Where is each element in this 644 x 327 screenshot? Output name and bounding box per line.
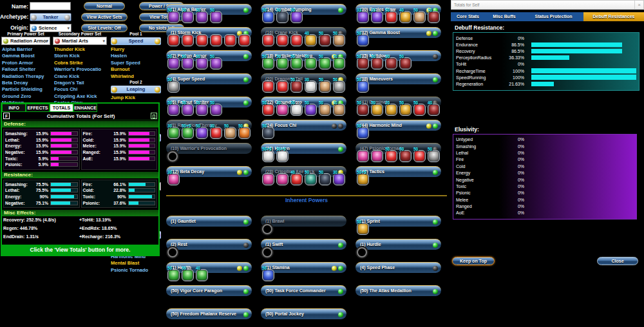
enhancement-slot[interactable]: 30 (210, 127, 222, 139)
power-storm-kick[interactable]: (1) Storm Kick (166, 27, 258, 47)
powerset-power-thunder-kick[interactable]: Thunder Kick (54, 46, 101, 53)
power-swift[interactable]: (1) Swift (261, 239, 352, 259)
normal-button[interactable]: Normal (84, 2, 125, 10)
enhancement-slot[interactable]: 50 (182, 11, 194, 23)
enhancement-slot[interactable]: 50 (428, 11, 440, 23)
enhancement-slot[interactable]: 50 (399, 57, 412, 70)
enhancement-slot[interactable]: 50 (290, 104, 303, 116)
enhancement-slot[interactable] (238, 34, 251, 46)
power-stamina[interactable]: (1) Stamina50 (261, 262, 352, 282)
secondary-powerset-select[interactable]: Martial Arts ▾ (53, 37, 107, 45)
power-dominate[interactable]: (41) Dominate505020505040 (355, 97, 447, 117)
power-warrior-s-provocation[interactable]: (10) Warrior's Provocation (166, 143, 258, 163)
enhancement-slot[interactable]: 50 (210, 104, 222, 116)
enhancement-slot[interactable]: 30 (167, 127, 180, 139)
enhancement-slot[interactable]: 50 (182, 269, 194, 281)
tab-debuff-resistances[interactable]: Debuff Resistances (583, 12, 644, 21)
enhancement-slot[interactable]: 50 (371, 57, 383, 70)
enhancement-slot[interactable]: 50 (167, 11, 180, 23)
power-hasten[interactable]: (26) Hasten50+550+5 (261, 143, 352, 163)
enhancement-slot[interactable]: 50 (413, 150, 426, 162)
empty-enhancement-slot[interactable] (262, 247, 272, 257)
enhancement-slot[interactable]: 50 (276, 57, 289, 70)
power-particle-shielding[interactable]: (18) Particle Shielding505050505050 (261, 50, 352, 70)
powerset-power-beta-decay[interactable]: Beta Decay (2, 80, 44, 86)
power-crippling-axe-kick[interactable]: (28) Crippling Axe Kick40505030 (261, 166, 352, 186)
power-proton-armor[interactable]: (2) Proton Armor50505050 (166, 50, 258, 70)
enhancement-slot[interactable]: 50 (399, 150, 412, 162)
enhancement-slot[interactable] (276, 80, 289, 93)
archetype-prev-button[interactable] (31, 15, 37, 21)
enhancement-slot[interactable]: 50 (413, 11, 426, 23)
powerset-power-radiation-therapy[interactable]: Radiation Therapy (2, 73, 44, 80)
power-fallout-shelter[interactable]: (6) Fallout Shelter50505050 (166, 97, 258, 117)
enhancement-slot[interactable]: 50 (167, 80, 180, 93)
pool-prev-button[interactable] (111, 39, 117, 44)
power-hurdle[interactable]: (1) Hurdle (355, 239, 447, 259)
enhancement-slot[interactable]: 50 (167, 104, 180, 116)
power-portal-jockey[interactable]: (50) Portal Jockey (261, 308, 352, 319)
enhancement-slot[interactable] (262, 173, 274, 185)
name-input[interactable] (30, 2, 71, 10)
f-button[interactable]: F (3, 113, 10, 119)
pool-next-button[interactable] (155, 39, 160, 44)
enhancement-slot[interactable] (196, 34, 208, 46)
enhancement-slot[interactable]: 50 (238, 127, 251, 139)
enhancement-slot[interactable]: 30 (305, 80, 317, 93)
tab-status-protection[interactable]: Status Protection (524, 12, 583, 21)
pool-prev-button[interactable] (111, 87, 117, 93)
empty-enhancement-slot[interactable] (357, 247, 367, 257)
enhancement-slot[interactable] (210, 34, 222, 46)
enhancement-slot[interactable]: 50 (385, 57, 397, 70)
enhancement-slot[interactable]: 50 (357, 223, 369, 235)
enhancement-slot[interactable]: 50 (357, 34, 369, 46)
enhancement-slot[interactable]: 40 (399, 11, 412, 23)
pool-power-burnout[interactable]: Burnout (111, 66, 161, 73)
tab-core-stats[interactable]: Core Stats (451, 12, 485, 21)
archetype-next-button[interactable] (64, 15, 70, 21)
enhancement-slot[interactable]: 50 (319, 34, 331, 46)
enhancement-slot[interactable]: 50 (167, 57, 180, 70)
power-task-force-commander[interactable]: (50) Task Force Commander (261, 285, 352, 296)
power-bar[interactable]: (50) Vigor Core Paragon (166, 285, 252, 296)
enhancement-slot[interactable]: 50+5 (182, 127, 194, 139)
power-brawl[interactable]: (1) Brawl (261, 216, 352, 236)
enhancement-slot[interactable]: 50 (319, 173, 331, 185)
powerset-power-dragon-s-tail[interactable]: Dragon's Tail (54, 80, 101, 86)
enhancement-slot[interactable]: 50 (357, 57, 369, 70)
totals-window-titlebar[interactable]: Totals for Self × (451, 0, 644, 10)
powerset-power-focus-chi[interactable]: Focus Chi (54, 86, 101, 93)
pool-next-button[interactable] (155, 87, 160, 93)
enhancement-slot[interactable]: 33 (371, 11, 383, 23)
powerset-power-alpha-barrier[interactable]: Alpha Barrier (2, 46, 44, 53)
enhancement-slot[interactable]: 33 (357, 11, 369, 23)
enhancement-slot[interactable] (357, 150, 369, 162)
enhancement-slot[interactable]: 50 (333, 34, 345, 46)
power-dragon-s-tail[interactable]: (20) Dragon's Tail50305050 (261, 73, 352, 93)
enhancement-slot[interactable]: 20 (385, 104, 397, 116)
enhancement-slot[interactable]: 50 (357, 104, 369, 116)
enhancement-slot[interactable] (182, 34, 194, 46)
popout-icon[interactable] (151, 113, 157, 119)
enhancement-slot[interactable]: 50 (290, 80, 303, 93)
enhancement-slot[interactable]: 50+5 (276, 150, 289, 162)
power-ground-zero[interactable]: (22) Ground Zero503050505030 (261, 97, 352, 117)
primary-powerset-select[interactable]: Radiation Armor ▾ (1, 37, 50, 45)
tab-totals[interactable]: TOTALS (50, 104, 73, 112)
pool-power-flurry[interactable]: Flurry (111, 46, 161, 53)
power-focus-chi[interactable]: (24) Focus Chi50 (261, 120, 352, 140)
power-harmonic-mind[interactable]: (44) Harmonic Mind50 (355, 120, 447, 140)
enhancement-slot[interactable] (276, 34, 289, 46)
enhancement-slot[interactable]: 50+5 (357, 173, 369, 185)
power-maneuvers[interactable]: (38) Maneuvers50 (355, 73, 447, 93)
enhancement-slot[interactable]: 50 (385, 150, 397, 162)
power-bar[interactable]: (50) The Atlas Medallion (355, 285, 441, 296)
power-the-atlas-medallion[interactable]: (50) The Atlas Medallion (355, 285, 447, 296)
enhancement-slot[interactable]: 50 (305, 57, 317, 70)
powerset-power-fallout-shelter[interactable]: Fallout Shelter (2, 66, 44, 73)
enhancement-slot[interactable]: 50 (196, 104, 208, 116)
enhancement-slot[interactable] (167, 34, 180, 46)
enhancement-slot[interactable]: 50 (290, 57, 303, 70)
tab-effects[interactable]: EFFECTS (26, 104, 50, 112)
power-speed-phase[interactable]: (4) Speed Phase (355, 262, 447, 273)
